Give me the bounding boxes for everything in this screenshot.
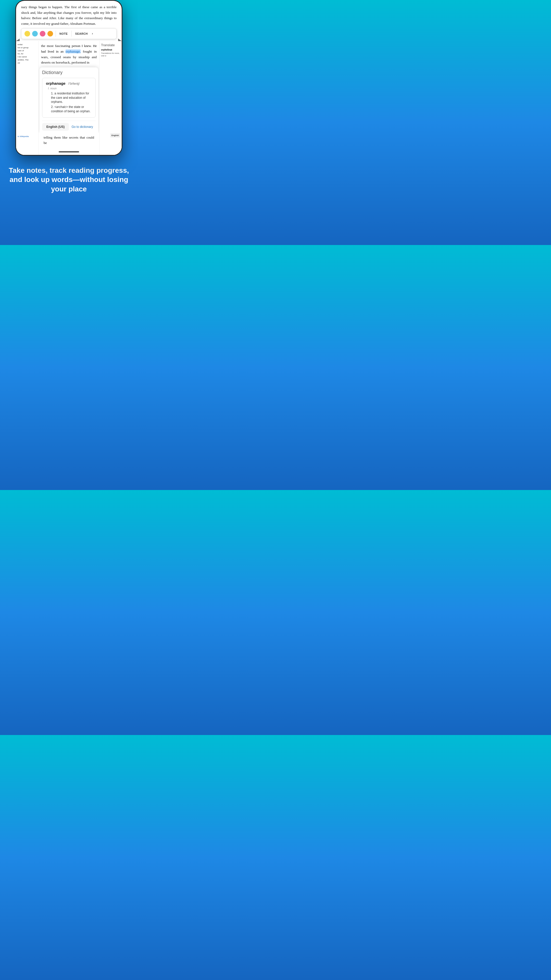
book-text-top: nary things began to happen. The first o…: [16, 1, 122, 26]
home-indicator: [59, 151, 79, 152]
book-text-bottom: telling them like secrets that could be: [38, 133, 99, 149]
dict-def-1-num: 1.: [51, 92, 54, 95]
color-pink[interactable]: [40, 31, 45, 37]
color-blue[interactable]: [32, 31, 38, 37]
english-button[interactable]: English: [110, 133, 120, 138]
english-us-button[interactable]: English (US): [42, 123, 69, 130]
translate-description: Translations for more, visit w: [101, 52, 120, 57]
phone-screen: nary things began to happen. The first o…: [16, 1, 122, 155]
dict-footer: English (US) Go to dictionary: [42, 121, 96, 133]
tagline-section: Take notes, track reading progress, and …: [0, 156, 138, 209]
phone-outer: nary things began to happen. The first o…: [15, 0, 122, 156]
dict-def-1-text: a residential institution for the care a…: [51, 92, 89, 104]
book-paragraph-bottom: telling them like secrets that could be: [44, 135, 94, 146]
dictionary-title: Dictionary: [42, 70, 96, 75]
translate-word: orphelinat: [101, 48, 120, 51]
wiki-panel-text: ential ion or group care of ho, for t be…: [17, 43, 37, 65]
book-paragraph-2: the most fascinating person I knew. He h…: [41, 43, 97, 65]
wiki-panel: ential ion or group care of ho, for t be…: [16, 41, 38, 155]
tagline-text: Take notes, track reading progress, and …: [8, 166, 130, 194]
book-paragraph-1: nary things began to happen. The first o…: [21, 4, 117, 26]
dictionary-popup: Dictionary orphanage /'ôrfenij/ I. noun …: [40, 67, 98, 133]
dict-def-1: 1. a residential institution for the car…: [51, 91, 92, 104]
dict-def-2-num: 2.: [51, 105, 54, 109]
dict-phonetic: /'ôrfenij/: [68, 82, 79, 86]
separator-2: [71, 30, 72, 37]
dict-word: orphanage: [46, 81, 65, 86]
translate-panel: Translate orphelinat Translations for mo…: [99, 41, 122, 155]
search-button[interactable]: SEARCH: [74, 32, 89, 36]
dictionary-card: orphanage /'ôrfenij/ I. noun 1. a reside…: [42, 78, 96, 118]
more-button[interactable]: ›: [92, 32, 93, 36]
dict-archaic-tag: <archaic>: [54, 105, 68, 109]
center-panel: the most fascinating person I knew. He h…: [38, 41, 99, 155]
color-yellow[interactable]: [24, 31, 30, 37]
dict-word-line: orphanage /'ôrfenij/: [46, 81, 92, 86]
highlighted-word: orphanage,: [65, 49, 81, 53]
wiki-link[interactable]: to Wikipedia: [17, 135, 29, 138]
phone-area: nary things began to happen. The first o…: [0, 0, 138, 156]
go-to-dictionary-button[interactable]: Go to dictionary: [69, 123, 96, 130]
book-text-middle: the most fascinating person I knew. He h…: [38, 41, 99, 65]
panels-row: ential ion or group care of ho, for t be…: [16, 41, 122, 155]
dict-pos: I. noun: [48, 87, 92, 90]
translate-title: Translate: [101, 43, 120, 47]
note-button[interactable]: NOTE: [59, 32, 69, 36]
color-orange[interactable]: [48, 31, 53, 37]
highlight-toolbar: NOTE SEARCH ›: [21, 28, 117, 39]
dict-def-2: 2. <archaic> the state or condition of b…: [51, 105, 92, 114]
separator-1: [56, 30, 56, 37]
page-container: nary things began to happen. The first o…: [0, 0, 138, 245]
